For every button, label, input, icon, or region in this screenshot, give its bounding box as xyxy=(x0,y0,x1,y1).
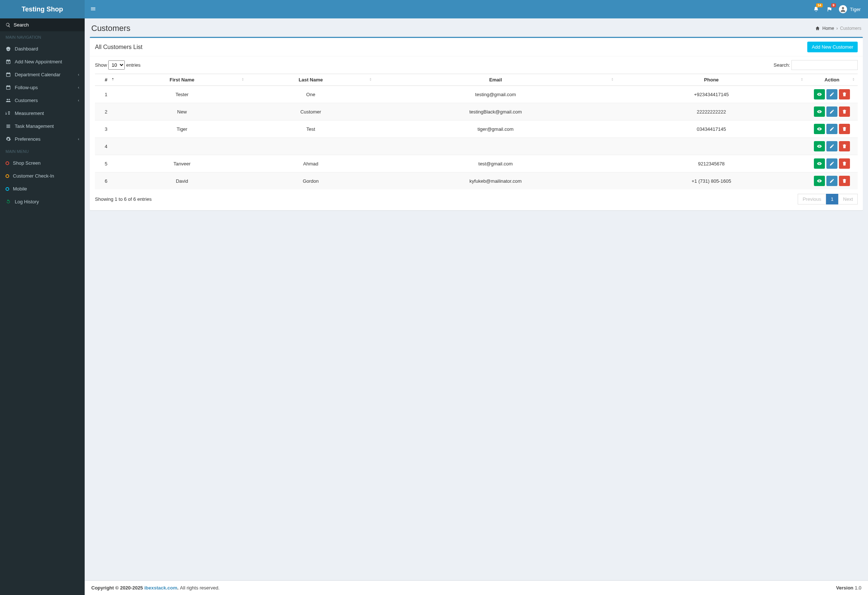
view-button[interactable] xyxy=(814,158,825,169)
notifications-badge: 14 xyxy=(816,3,823,7)
edit-button[interactable] xyxy=(827,124,837,134)
cell-first-name: Tester xyxy=(117,86,247,103)
view-button[interactable] xyxy=(814,107,825,117)
length-label-pre: Show xyxy=(95,62,107,68)
view-button[interactable] xyxy=(814,124,825,134)
footer-link[interactable]: ibexstack.com xyxy=(144,585,177,591)
edit-button[interactable] xyxy=(827,107,837,117)
sidebar-item-dashboard[interactable]: Dashboard xyxy=(0,42,85,55)
users-icon xyxy=(6,98,11,103)
sidebar-item-label: Task Management xyxy=(15,123,54,129)
sidebar-item-label: Measurement xyxy=(15,111,44,116)
cell-index: 2 xyxy=(95,103,117,120)
edit-button[interactable] xyxy=(827,89,837,99)
col-index[interactable]: # xyxy=(95,74,117,86)
sidebar-item-label: Mobile xyxy=(13,186,27,192)
breadcrumb: Home › Customers xyxy=(815,26,861,31)
chevron-left-icon: ‹ xyxy=(78,86,79,90)
delete-button[interactable] xyxy=(839,124,850,134)
edit-icon xyxy=(830,144,834,149)
cell-action xyxy=(806,138,858,155)
pagination-prev[interactable]: Previous xyxy=(798,194,826,204)
cell-email: testing@gmail.com xyxy=(375,86,617,103)
sidebar-item-log-history[interactable]: Log History xyxy=(0,195,85,208)
sidebar-item-shop-screen[interactable]: Shop Screen xyxy=(0,157,85,169)
col-email[interactable]: Email xyxy=(375,74,617,86)
sort-icon xyxy=(800,77,804,83)
cell-last-name xyxy=(247,138,375,155)
sidebar-item-customer-checkin[interactable]: Customer Check-In xyxy=(0,169,85,182)
sidebar-item-followups[interactable]: Follow-ups ‹ xyxy=(0,81,85,94)
table-row: 2 New Customer testingBlack@gmail.com 22… xyxy=(95,103,858,120)
circle-blue-icon xyxy=(6,187,9,191)
home-icon xyxy=(815,26,820,31)
col-last-name[interactable]: Last Name xyxy=(247,74,375,86)
col-phone[interactable]: Phone xyxy=(617,74,806,86)
add-new-customer-button[interactable]: Add New Customer xyxy=(807,41,858,52)
sort-icon xyxy=(852,77,855,83)
sidebar-item-department-calendar[interactable]: Department Calendar ‹ xyxy=(0,68,85,81)
cell-index: 4 xyxy=(95,138,117,155)
username-label: Tiger xyxy=(850,7,861,12)
search-label: Search: xyxy=(774,62,790,68)
view-button[interactable] xyxy=(814,141,825,151)
eye-icon xyxy=(817,126,822,132)
cell-phone: 22222222222 xyxy=(617,103,806,120)
sidebar-item-label: Customers xyxy=(15,98,38,103)
col-first-name[interactable]: First Name xyxy=(117,74,247,86)
breadcrumb-home[interactable]: Home xyxy=(822,26,834,31)
footer-version-label: Version xyxy=(836,585,853,591)
chevron-left-icon: ‹ xyxy=(78,73,79,77)
delete-button[interactable] xyxy=(839,141,850,151)
sidebar-item-customers[interactable]: Customers ‹ xyxy=(0,94,85,107)
cell-phone xyxy=(617,138,806,155)
sidebar-item-label: Customer Check-In xyxy=(13,173,54,179)
sidebar-item-mobile[interactable]: Mobile xyxy=(0,182,85,195)
delete-button[interactable] xyxy=(839,107,850,117)
sidebar-item-measurement[interactable]: Measurement xyxy=(0,107,85,120)
cell-last-name: Ahmad xyxy=(247,155,375,172)
footer-version-num: 1.0 xyxy=(853,585,861,591)
cell-phone: +923434417145 xyxy=(617,86,806,103)
sidebar-search-label: Search xyxy=(13,22,29,28)
notifications-button[interactable]: 14 xyxy=(812,6,820,13)
view-button[interactable] xyxy=(814,176,825,186)
eye-icon xyxy=(817,92,822,97)
trash-icon xyxy=(842,109,847,114)
cell-index: 5 xyxy=(95,155,117,172)
length-select[interactable]: 10 xyxy=(108,61,125,70)
cell-first-name xyxy=(117,138,247,155)
user-menu[interactable]: Tiger xyxy=(839,5,861,13)
pagination-next[interactable]: Next xyxy=(838,194,858,204)
cell-first-name: Tanveer xyxy=(117,155,247,172)
delete-button[interactable] xyxy=(839,89,850,99)
delete-button[interactable] xyxy=(839,176,850,186)
cell-action xyxy=(806,120,858,138)
customers-table: # First Name Last Name xyxy=(95,74,858,189)
brand-logo[interactable]: Testing Shop xyxy=(0,0,85,18)
box-title: All Customers List xyxy=(95,44,142,50)
pagination-page-1[interactable]: 1 xyxy=(826,194,838,204)
search-input[interactable] xyxy=(791,60,858,70)
bars-icon xyxy=(90,6,96,12)
sidebar-search[interactable]: Search xyxy=(0,18,85,31)
edit-button[interactable] xyxy=(827,176,837,186)
sidebar-item-add-appointment[interactable]: Add New Appointment xyxy=(0,55,85,68)
edit-button[interactable] xyxy=(827,158,837,169)
view-button[interactable] xyxy=(814,89,825,99)
edit-icon xyxy=(830,109,834,114)
eye-icon xyxy=(817,178,822,184)
col-action[interactable]: Action xyxy=(806,74,858,86)
table-row: 5 Tanveer Ahmad test@gmail.com 921234567… xyxy=(95,155,858,172)
cell-last-name: One xyxy=(247,86,375,103)
sidebar-item-preferences[interactable]: Preferences ‹ xyxy=(0,133,85,145)
edit-button[interactable] xyxy=(827,141,837,151)
delete-button[interactable] xyxy=(839,158,850,169)
edit-icon xyxy=(830,92,834,97)
sidebar-toggle[interactable] xyxy=(85,6,102,13)
pagination: Previous 1 Next xyxy=(798,194,858,204)
cell-action xyxy=(806,172,858,190)
sidebar-item-task-management[interactable]: Task Management xyxy=(0,120,85,133)
table-row: 4 xyxy=(95,138,858,155)
messages-button[interactable]: 9 xyxy=(826,6,833,13)
